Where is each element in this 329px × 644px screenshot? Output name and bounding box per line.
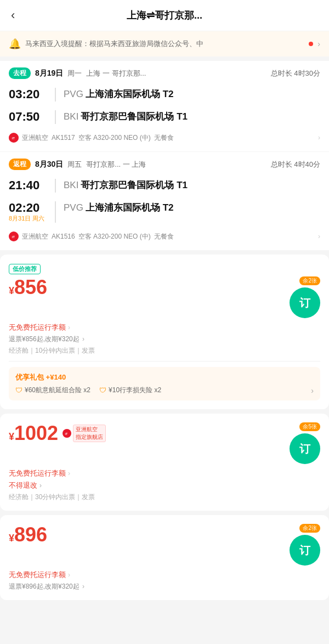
- gift-item-text-2: ¥10行李损失险 x2: [109, 386, 161, 395]
- outbound-badge: 去程: [9, 67, 31, 79]
- no-refund-row[interactable]: 不得退改 ›: [9, 481, 320, 490]
- header: ‹ 上海⇌哥打京那...: [0, 0, 329, 31]
- remaining-badge-2: 余5张: [299, 422, 320, 431]
- cabin-row-2: 经济舱｜30分钟内出票｜发票: [9, 493, 320, 502]
- luggage-text-3: 无免费托运行李额: [9, 570, 66, 580]
- outbound-depart-time-col: 03:20: [9, 88, 47, 101]
- outbound-arrive-time: 07:50: [9, 110, 47, 123]
- return-header: 返程 8月30日 周五 哥打京那... 一 上海 总时长 4时40分: [9, 152, 320, 174]
- flight-divider-4: [55, 201, 56, 223]
- return-arrive-time: 02:20: [9, 201, 47, 214]
- luggage-arrow-1: ›: [68, 324, 70, 331]
- flight-divider-3: [55, 179, 56, 193]
- return-airline-name: 亚洲航空: [22, 232, 48, 241]
- gift-package-1[interactable]: 优享礼包 +¥140 🛡 ¥60航意航延组合险 x2 🛡 ¥10行李损失险 x2…: [9, 367, 320, 400]
- return-section: 返程 8月30日 周五 哥打京那... 一 上海 总时长 4时40分 21:40…: [0, 152, 329, 250]
- return-depart-row: 21:40 BKI哥打京那巴鲁国际机场 T1: [9, 174, 320, 197]
- outbound-depart-time: 03:20: [9, 88, 47, 101]
- outbound-aircraft: 空客 A320-200 NEO (中): [78, 133, 151, 143]
- outbound-arrive-info: BKI哥打京那巴鲁国际机场 T1: [64, 110, 320, 124]
- price-amount-row-2: ¥1002 iT 亚洲航空指定旗舰店: [9, 422, 106, 444]
- gift-item-1: 🛡 ¥60航意航延组合险 x2: [15, 386, 90, 395]
- luggage-row-3[interactable]: 无免费托运行李额 ›: [9, 570, 320, 580]
- alert-icon: 🔔: [9, 38, 21, 50]
- book-btn-wrap-1: 余2张 订: [290, 276, 320, 318]
- alert-banner[interactable]: 🔔 马来西亚入境提醒：根据马来西亚旅游局微信公众号、中 ›: [0, 31, 329, 57]
- price-tag-1: 低价推荐: [9, 264, 41, 274]
- outbound-depart-airport: PVG上海浦东国际机场 T2: [64, 88, 320, 100]
- price-card-1-header: ¥856 余2张 订: [9, 276, 320, 318]
- return-arrive-row: 02:20 8月31日 周六 PVG上海浦东国际机场 T2: [9, 197, 320, 227]
- svg-text:iT: iT: [12, 137, 15, 140]
- outbound-route: 上海 一 哥打京那...: [86, 69, 146, 78]
- flight-divider-1: [55, 88, 56, 101]
- gift-item-text-1: ¥60航意航延组合险 x2: [25, 386, 90, 395]
- outbound-weekday: 周一: [67, 69, 82, 78]
- outbound-airline-logo: iT: [9, 133, 19, 143]
- return-date: 8月30日: [35, 160, 63, 170]
- back-button[interactable]: ‹: [11, 8, 15, 22]
- return-weekday: 周五: [67, 160, 82, 170]
- refund-row-3: 退票¥896起,改期¥320起 ›: [9, 582, 320, 591]
- return-depart-time: 21:40: [9, 179, 47, 192]
- return-arrive-info: PVG上海浦东国际机场 T2: [64, 201, 320, 215]
- outbound-header: 去程 8月19日 周一 上海 一 哥打京那... 总时长 4时30分: [9, 61, 320, 83]
- return-depart-time-col: 21:40: [9, 179, 47, 192]
- refund-row-1: 退票¥856起,改期¥320起 ›: [9, 335, 320, 344]
- price-card-3-header: ¥896 余2张 订: [9, 524, 320, 566]
- outbound-airline-name: 亚洲航空: [22, 133, 48, 143]
- outbound-arrive-time-col: 07:50: [9, 110, 47, 123]
- shield-icon-2: 🛡: [99, 386, 106, 394]
- outbound-detail-chevron: ›: [318, 134, 320, 142]
- return-meal: 无餐食: [154, 232, 174, 241]
- price-2-with-badge: ¥1002 iT 亚洲航空指定旗舰店: [9, 422, 106, 444]
- price-section: 低价推荐 ¥856 余2张 订 无免费托运行李额 › 退票¥856起,改期¥32…: [0, 255, 329, 600]
- remaining-badge-3: 余2张: [299, 524, 320, 533]
- price-card-1: 低价推荐 ¥856 余2张 订 无免费托运行李额 › 退票¥856起,改期¥32…: [0, 255, 329, 409]
- outbound-date: 8月19日: [35, 69, 63, 78]
- airline-badge-inline: iT 亚洲航空指定旗舰店: [63, 425, 106, 442]
- luggage-row-1[interactable]: 无免费托运行李额 ›: [9, 323, 320, 332]
- price-amount-3: ¥896: [9, 524, 47, 546]
- outbound-arrive-row: 07:50 BKI哥打京那巴鲁国际机场 T1: [9, 106, 320, 128]
- svg-text:iT: iT: [65, 432, 68, 436]
- luggage-text-1: 无免费托运行李额: [9, 323, 66, 332]
- flight-divider-2: [55, 110, 56, 124]
- return-airline-logo: iT: [9, 231, 19, 241]
- svg-text:iT: iT: [12, 235, 15, 239]
- outbound-duration: 总时长 4时30分: [271, 69, 320, 78]
- luggage-arrow-3: ›: [68, 571, 70, 579]
- airline-text-badge: 亚洲航空指定旗舰店: [73, 425, 106, 442]
- cabin-row-1: 经济舱｜10分钟内出票｜发票: [9, 346, 320, 355]
- return-depart-airport: BKI哥打京那巴鲁国际机场 T1: [64, 179, 320, 191]
- price-card-2: ¥1002 iT 亚洲航空指定旗舰店 余5张 订: [0, 414, 329, 511]
- outbound-airline-info[interactable]: iT 亚洲航空 AK1517 空客 A320-200 NEO (中) 无餐食 ›: [9, 128, 320, 145]
- luggage-text-2: 无免费托运行李额: [9, 468, 66, 478]
- shield-icon-1: 🛡: [15, 386, 22, 394]
- return-airline-info[interactable]: iT 亚洲航空 AK1516 空客 A320-200 NEO (中) 无餐食 ›: [9, 227, 320, 244]
- outbound-arrive-airport: BKI哥打京那巴鲁国际机场 T1: [64, 110, 320, 123]
- gift-title-1: 优享礼包 +¥140: [15, 372, 314, 382]
- gift-item-2: 🛡 ¥10行李损失险 x2: [99, 386, 161, 395]
- alert-text: 马来西亚入境提醒：根据马来西亚旅游局微信公众号、中: [25, 39, 304, 49]
- gift-chevron-icon: ›: [311, 386, 314, 395]
- return-arrive-airport: PVG上海浦东国际机场 T2: [64, 201, 320, 214]
- remaining-badge-1: 余2张: [299, 276, 320, 285]
- return-arrive-date-sub: 8月31日 周六: [9, 214, 47, 223]
- return-duration: 总时长 4时40分: [271, 160, 320, 170]
- alert-dot: [309, 42, 313, 46]
- return-flight-no: AK1516: [52, 233, 75, 240]
- book-button-3[interactable]: 订: [290, 535, 320, 566]
- book-button-2[interactable]: 订: [290, 433, 320, 464]
- outbound-depart-info: PVG上海浦东国际机场 T2: [64, 88, 320, 101]
- outbound-section: 去程 8月19日 周一 上海 一 哥打京那... 总时长 4时30分 03:20…: [0, 61, 329, 151]
- book-btn-wrap-3: 余2张 订: [290, 524, 320, 566]
- price-amount-2: ¥1002: [9, 422, 58, 444]
- gift-items-1: 🛡 ¥60航意航延组合险 x2 🛡 ¥10行李损失险 x2 ›: [15, 386, 314, 395]
- outbound-flight-no: AK1517: [52, 134, 75, 142]
- price-card-3: ¥896 余2张 订 无免费托运行李额 › 退票¥896起,改期¥320起 ›: [0, 515, 329, 600]
- luggage-row-2[interactable]: 无免费托运行李额 ›: [9, 468, 320, 478]
- return-arrive-time-col: 02:20 8月31日 周六: [9, 201, 47, 223]
- price-card-2-header: ¥1002 iT 亚洲航空指定旗舰店 余5张 订: [9, 422, 320, 464]
- book-button-1[interactable]: 订: [290, 287, 320, 318]
